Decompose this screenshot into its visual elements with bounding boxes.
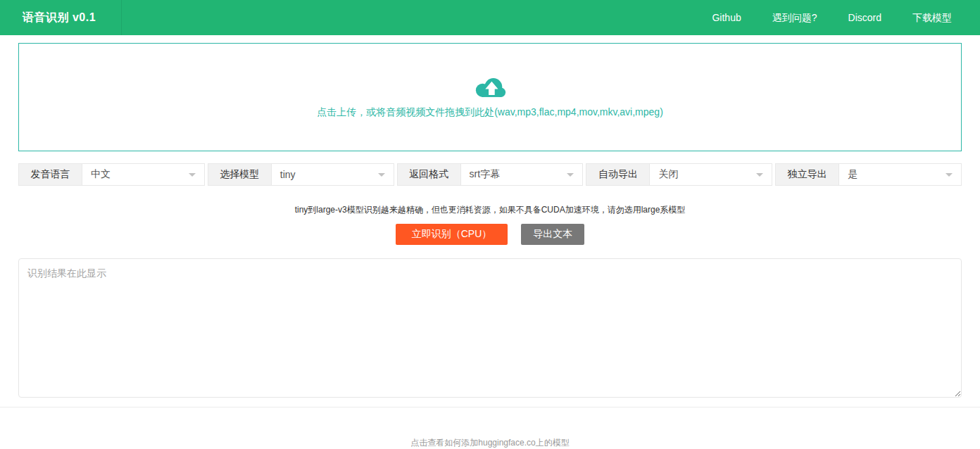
chevron-down-icon bbox=[567, 173, 574, 177]
main-content: 点击上传，或将音频视频文件拖拽到此处(wav,mp3,flac,mp4,mov,… bbox=[0, 43, 980, 400]
autoexport-select[interactable]: 关闭 bbox=[650, 163, 772, 186]
cloud-upload-icon bbox=[473, 75, 507, 99]
nav-download-model[interactable]: 下载模型 bbox=[897, 0, 967, 35]
autoexport-select-value: 关闭 bbox=[658, 168, 678, 181]
upload-hint-text: 点击上传，或将音频视频文件拖拽到此处(wav,mp3,flac,mp4,mov,… bbox=[317, 106, 663, 119]
nav-help[interactable]: 遇到问题? bbox=[757, 0, 833, 35]
app-title: 语音识别 v0.1 bbox=[0, 11, 96, 25]
field-model: 选择模型 tiny bbox=[208, 163, 394, 186]
model-note-text: tiny到large-v3模型识别越来越精确，但也更消耗资源，如果不具备CUDA… bbox=[18, 204, 962, 216]
chevron-down-icon bbox=[378, 173, 385, 177]
field-format: 返回格式 srt字幕 bbox=[397, 163, 584, 186]
chevron-down-icon bbox=[946, 173, 953, 177]
options-row: 发音语言 中文 选择模型 tiny 返回格式 srt字幕 自动导出 关闭 bbox=[18, 163, 962, 186]
model-select-value: tiny bbox=[280, 169, 296, 180]
export-text-button[interactable]: 导出文本 bbox=[521, 224, 584, 245]
top-nav-bar: 语音识别 v0.1 Github 遇到问题? Discord 下载模型 bbox=[0, 0, 980, 35]
action-buttons: 立即识别（CPU） 导出文本 bbox=[18, 224, 962, 245]
nav-github[interactable]: Github bbox=[696, 0, 756, 35]
language-select[interactable]: 中文 bbox=[82, 163, 205, 186]
field-format-label: 返回格式 bbox=[397, 163, 461, 186]
nav-discord[interactable]: Discord bbox=[833, 0, 897, 35]
huggingface-help-link[interactable]: 点击查看如何添加huggingface.co上的模型 bbox=[0, 437, 980, 449]
bottom-divider bbox=[0, 407, 980, 407]
separate-export-select-value: 是 bbox=[848, 168, 857, 181]
field-autoexport: 自动导出 关闭 bbox=[586, 163, 772, 186]
model-select[interactable]: tiny bbox=[272, 163, 394, 186]
field-separate-export-label: 独立导出 bbox=[775, 163, 839, 186]
field-language-label: 发音语言 bbox=[18, 163, 82, 186]
header-divider bbox=[121, 0, 122, 35]
recognize-button[interactable]: 立即识别（CPU） bbox=[396, 224, 508, 245]
field-language: 发音语言 中文 bbox=[18, 163, 205, 186]
upload-dropzone[interactable]: 点击上传，或将音频视频文件拖拽到此处(wav,mp3,flac,mp4,mov,… bbox=[18, 43, 962, 151]
field-autoexport-label: 自动导出 bbox=[586, 163, 650, 186]
chevron-down-icon bbox=[189, 173, 196, 177]
format-select-value: srt字幕 bbox=[470, 168, 501, 181]
header-nav: Github 遇到问题? Discord 下载模型 bbox=[696, 0, 980, 35]
result-textarea[interactable] bbox=[18, 258, 962, 398]
format-select[interactable]: srt字幕 bbox=[461, 163, 584, 186]
field-model-label: 选择模型 bbox=[208, 163, 272, 186]
language-select-value: 中文 bbox=[91, 168, 111, 181]
separate-export-select[interactable]: 是 bbox=[839, 163, 962, 186]
field-separate-export: 独立导出 是 bbox=[775, 163, 962, 186]
chevron-down-icon bbox=[756, 173, 763, 177]
